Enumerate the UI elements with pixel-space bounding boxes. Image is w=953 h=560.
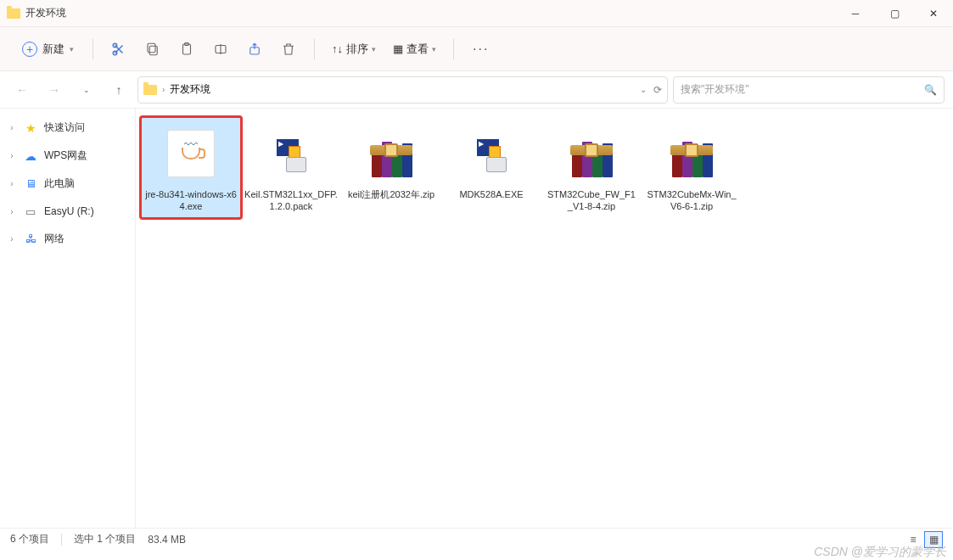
sidebar-item-4[interactable]: › 🖧 网络: [0, 225, 135, 253]
sidebar-item-3[interactable]: › ▭ EasyU (R:): [0, 198, 135, 225]
folder-icon: [143, 85, 157, 95]
sidebar-item-label: EasyU (R:): [44, 205, 94, 217]
sidebar-item-0[interactable]: › ★ 快速访问: [0, 114, 135, 142]
paste-button[interactable]: [171, 34, 202, 64]
sort-button[interactable]: ↑↓ 排序 ▾: [325, 36, 383, 62]
installer-icon: [261, 124, 321, 183]
file-name: keil注册机2032年.zip: [348, 188, 434, 200]
file-item[interactable]: STM32CubeMx-Win_V6-6-1.zip: [642, 117, 742, 218]
file-name: STM32Cube_FW_F1_V1-8-4.zip: [545, 188, 638, 213]
window-title: 开发环境: [25, 6, 66, 20]
recent-dropdown[interactable]: ⌄: [73, 76, 100, 104]
file-item[interactable]: STM32Cube_FW_F1_V1-8-4.zip: [541, 117, 642, 218]
address-bar[interactable]: › 开发环境 ⌄ ⟳: [137, 76, 668, 104]
titlebar: 开发环境 ─ ▢ ✕: [0, 0, 953, 27]
java-icon: 〰: [161, 124, 221, 183]
status-size: 83.4 MB: [148, 534, 186, 546]
search-placeholder: 搜索"开发环境": [681, 82, 749, 97]
expand-icon: ›: [7, 234, 17, 244]
expand-icon: ›: [7, 207, 17, 216]
svg-rect-2: [149, 46, 157, 55]
sort-label: 排序: [346, 42, 368, 57]
status-selection: 选中 1 个项目: [74, 532, 136, 546]
close-button[interactable]: ✕: [914, 0, 953, 27]
sidebar-item-label: 此电脑: [44, 176, 75, 191]
copy-icon: [145, 42, 160, 57]
expand-icon: ›: [7, 179, 17, 188]
sidebar-item-label: 快速访问: [44, 120, 85, 135]
view-icon: ▦: [393, 42, 403, 55]
view-label: 查看: [406, 42, 429, 57]
file-name: MDK528A.EXE: [459, 188, 523, 200]
file-item[interactable]: MDK528A.EXE: [441, 117, 541, 218]
maximize-button[interactable]: ▢: [875, 0, 914, 27]
net-icon: 🖧: [24, 232, 37, 246]
search-input[interactable]: 搜索"开发环境" 🔍: [673, 76, 945, 104]
status-item-count: 6 个项目: [10, 532, 49, 546]
statusbar: 6 个项目 选中 1 个项目 83.4 MB ≡ ▦: [0, 528, 953, 550]
file-grid: 〰 jre-8u341-windows-x64.exe Keil.STM32L1…: [136, 109, 953, 535]
toolbar: + 新建 ▾ ↑↓ 排序 ▾ ▦ 查看 ▾ ···: [0, 27, 953, 71]
sidebar-item-1[interactable]: › ☁ WPS网盘: [0, 142, 135, 170]
scissors-icon: [111, 42, 126, 57]
address-location: 开发环境: [170, 82, 210, 97]
cloud-icon: ☁: [24, 149, 37, 163]
rename-button[interactable]: [205, 34, 236, 64]
navbar: ← → ⌄ ↑ › 开发环境 ⌄ ⟳ 搜索"开发环境" 🔍: [0, 71, 953, 109]
share-button[interactable]: [239, 34, 270, 64]
window-controls: ─ ▢ ✕: [836, 0, 953, 27]
sidebar-item-2[interactable]: › 🖥 此电脑: [0, 170, 135, 198]
expand-icon: ›: [7, 151, 17, 160]
sidebar: › ★ 快速访问› ☁ WPS网盘› 🖥 此电脑› ▭ EasyU (R:)› …: [0, 109, 136, 535]
up-button[interactable]: ↑: [105, 76, 132, 104]
plus-icon: +: [22, 42, 37, 57]
file-item[interactable]: Keil.STM32L1xx_DFP.1.2.0.pack: [241, 117, 341, 218]
view-button[interactable]: ▦ 查看 ▾: [386, 36, 443, 62]
chevron-right-icon: ›: [162, 85, 165, 94]
rar-icon: [562, 124, 621, 183]
installer-icon: [462, 124, 521, 183]
more-button[interactable]: ···: [464, 36, 497, 62]
trash-icon: [281, 42, 296, 57]
rar-icon: [662, 124, 721, 183]
paste-icon: [179, 42, 194, 57]
divider: [92, 39, 93, 59]
minimize-button[interactable]: ─: [836, 0, 875, 27]
rename-icon: [213, 42, 228, 57]
file-item[interactable]: 〰 jre-8u341-windows-x64.exe: [141, 117, 241, 218]
sort-icon: ↑↓: [332, 42, 343, 55]
rar-icon: [362, 124, 421, 183]
file-name: Keil.STM32L1xx_DFP.1.2.0.pack: [244, 188, 338, 213]
file-name: STM32CubeMx-Win_V6-6-1.zip: [645, 188, 738, 213]
new-label: 新建: [42, 42, 64, 57]
search-icon: 🔍: [924, 84, 937, 96]
sidebar-item-label: 网络: [44, 232, 64, 246]
watermark: CSDN @爱学习的蒙学长: [814, 545, 946, 560]
forward-button[interactable]: →: [41, 76, 68, 104]
delete-button[interactable]: [273, 34, 304, 64]
divider: [453, 39, 454, 59]
pc-icon: 🖥: [24, 177, 37, 191]
cut-button[interactable]: [104, 34, 134, 64]
sidebar-item-label: WPS网盘: [44, 148, 87, 163]
svg-rect-3: [148, 43, 155, 53]
chevron-down-icon[interactable]: ⌄: [640, 85, 647, 94]
file-item[interactable]: keil注册机2032年.zip: [341, 117, 441, 218]
disk-icon: ▭: [24, 204, 37, 218]
copy-button[interactable]: [137, 34, 168, 64]
expand-icon: ›: [7, 123, 17, 132]
share-icon: [247, 42, 262, 57]
divider: [314, 39, 315, 59]
folder-icon: [7, 8, 20, 19]
back-button[interactable]: ←: [8, 76, 36, 104]
file-name: jre-8u341-windows-x64.exe: [144, 188, 238, 213]
body: › ★ 快速访问› ☁ WPS网盘› 🖥 此电脑› ▭ EasyU (R:)› …: [0, 109, 953, 535]
star-icon: ★: [24, 121, 37, 135]
new-button[interactable]: + 新建 ▾: [14, 36, 82, 62]
refresh-button[interactable]: ⟳: [653, 84, 662, 96]
